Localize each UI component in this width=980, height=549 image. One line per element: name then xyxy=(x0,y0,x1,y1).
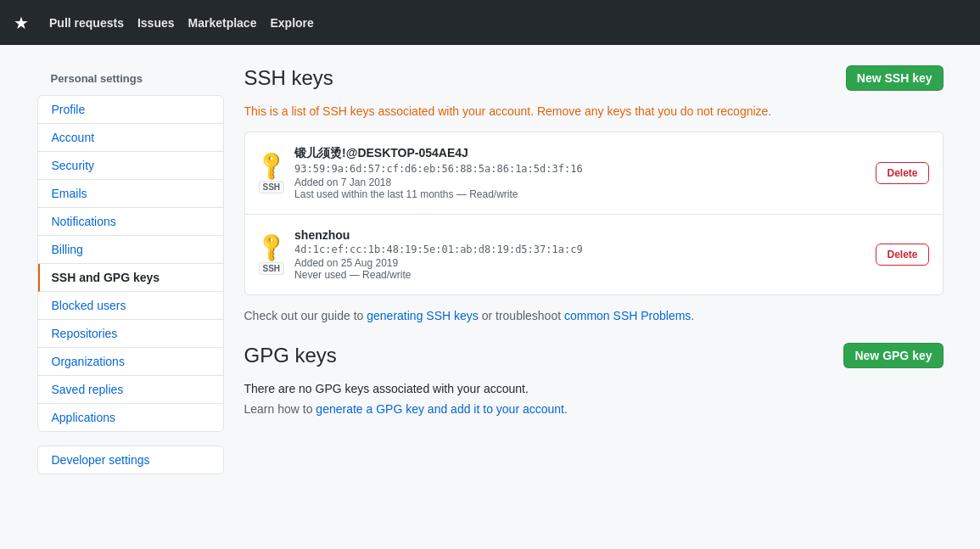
new-gpg-key-button[interactable]: New GPG key xyxy=(843,343,943,368)
key-name-2: shenzhou xyxy=(294,228,865,242)
organizations-link[interactable]: Organizations xyxy=(38,348,223,376)
sidebar-item-profile[interactable]: Profile xyxy=(38,96,223,124)
footer-prefix: Check out our guide to xyxy=(244,309,367,322)
generating-ssh-keys-link[interactable]: generating SSH keys xyxy=(367,309,479,322)
main-content: SSH keys New SSH key This is a list of S… xyxy=(244,65,944,474)
github-logo: ★ xyxy=(14,13,29,33)
page-layout: Personal settings Profile Account Securi… xyxy=(24,45,957,495)
key-fingerprint-2: 4d:1c:ef:cc:1b:48:19:5e:01:ab:d8:19:d5:3… xyxy=(294,244,865,255)
key-icon-2: 🔑 xyxy=(254,229,288,264)
sidebar-item-saved-replies[interactable]: Saved replies xyxy=(38,376,223,404)
sidebar-item-blocked-users[interactable]: Blocked users xyxy=(38,292,223,320)
emails-link[interactable]: Emails xyxy=(38,180,223,208)
ssh-key-item-2: 🔑 SSH shenzhou 4d:1c:ef:cc:1b:48:19:5e:0… xyxy=(245,215,943,294)
sidebar-item-billing[interactable]: Billing xyxy=(38,236,223,264)
profile-link[interactable]: Profile xyxy=(38,96,223,124)
security-link[interactable]: Security xyxy=(38,152,223,180)
blocked-users-link[interactable]: Blocked users xyxy=(38,292,223,320)
ssh-keys-box: 🔑 SSH 锻儿须烫!@DESKTOP-054AE4J 93:59:9a:6d:… xyxy=(244,132,944,295)
sidebar-item-account[interactable]: Account xyxy=(38,124,223,152)
key-name-1: 锻儿须烫!@DESKTOP-054AE4J xyxy=(294,146,865,161)
learn-suffix: . xyxy=(564,402,568,416)
key-icon-wrap-2: 🔑 SSH xyxy=(259,235,285,275)
key-fingerprint-1: 93:59:9a:6d:57:cf:d6:eb:56:88:5a:86:1a:5… xyxy=(294,163,865,175)
pull-requests-link[interactable]: Pull requests xyxy=(49,16,124,30)
footer-middle: or troubleshoot xyxy=(479,309,564,322)
ssh-footer-text: Check out our guide to generating SSH ke… xyxy=(244,309,944,322)
generate-gpg-key-link[interactable]: generate a GPG key and add it to your ac… xyxy=(316,402,564,416)
ssh-info-text: This is a list of SSH keys associated wi… xyxy=(244,104,944,118)
repositories-link[interactable]: Repositories xyxy=(38,320,223,348)
billing-link[interactable]: Billing xyxy=(38,236,223,264)
footer-suffix: . xyxy=(691,309,694,322)
explore-link[interactable]: Explore xyxy=(270,16,313,30)
learn-prefix: Learn how to xyxy=(244,402,316,416)
marketplace-link[interactable]: Marketplace xyxy=(188,16,257,30)
sidebar-item-applications[interactable]: Applications xyxy=(38,404,223,431)
ssh-gpg-keys-link[interactable]: SSH and GPG keys xyxy=(38,264,223,292)
key-icon-wrap-1: 🔑 SSH xyxy=(259,154,285,193)
sidebar: Personal settings Profile Account Securi… xyxy=(37,65,224,474)
key-last-used-1: Last used within the last 11 months — Re… xyxy=(294,188,865,200)
sidebar-item-ssh-gpg[interactable]: SSH and GPG keys xyxy=(38,264,223,292)
key-details-1: 锻儿须烫!@DESKTOP-054AE4J 93:59:9a:6d:57:cf:… xyxy=(294,146,865,200)
sidebar-heading: Personal settings xyxy=(37,65,224,92)
no-gpg-text: There are no GPG keys associated with yo… xyxy=(244,382,944,395)
sidebar-item-repositories[interactable]: Repositories xyxy=(38,320,223,348)
sidebar-item-organizations[interactable]: Organizations xyxy=(38,348,223,376)
sidebar-item-security[interactable]: Security xyxy=(38,152,223,180)
key-added-1: Added on 7 Jan 2018 xyxy=(294,176,865,188)
ssh-title: SSH keys xyxy=(244,66,333,90)
issues-link[interactable]: Issues xyxy=(137,16,175,30)
key-added-2: Added on 25 Aug 2019 xyxy=(294,257,865,269)
account-link[interactable]: Account xyxy=(38,124,223,152)
sidebar-nav-bottom: Developer settings xyxy=(37,445,224,474)
notifications-link[interactable]: Notifications xyxy=(38,208,223,236)
sidebar-item-emails[interactable]: Emails xyxy=(38,180,223,208)
sidebar-item-notifications[interactable]: Notifications xyxy=(38,208,223,236)
ssh-section-header: SSH keys New SSH key xyxy=(244,65,944,91)
gpg-section-header: GPG keys New GPG key xyxy=(244,343,944,368)
gpg-learn-text: Learn how to generate a GPG key and add … xyxy=(244,402,944,416)
gpg-title: GPG keys xyxy=(244,344,337,367)
saved-replies-link[interactable]: Saved replies xyxy=(38,376,223,404)
top-navigation: ★ Pull requests Issues Marketplace Explo… xyxy=(0,0,980,45)
delete-key-2-button[interactable]: Delete xyxy=(876,244,928,266)
applications-link[interactable]: Applications xyxy=(38,404,223,431)
sidebar-item-developer-settings[interactable]: Developer settings xyxy=(38,446,223,473)
common-ssh-problems-link[interactable]: common SSH Problems xyxy=(564,309,691,322)
delete-key-1-button[interactable]: Delete xyxy=(876,162,928,184)
key-details-2: shenzhou 4d:1c:ef:cc:1b:48:19:5e:01:ab:d… xyxy=(294,228,865,281)
new-ssh-key-button[interactable]: New SSH key xyxy=(846,65,944,91)
sidebar-nav: Profile Account Security Emails Notifica… xyxy=(37,95,224,432)
key-last-used-2: Never used — Read/write xyxy=(294,269,865,281)
key-icon-1: 🔑 xyxy=(254,148,288,182)
ssh-key-item-1: 🔑 SSH 锻儿须烫!@DESKTOP-054AE4J 93:59:9a:6d:… xyxy=(245,132,943,215)
developer-settings-link[interactable]: Developer settings xyxy=(38,446,223,473)
